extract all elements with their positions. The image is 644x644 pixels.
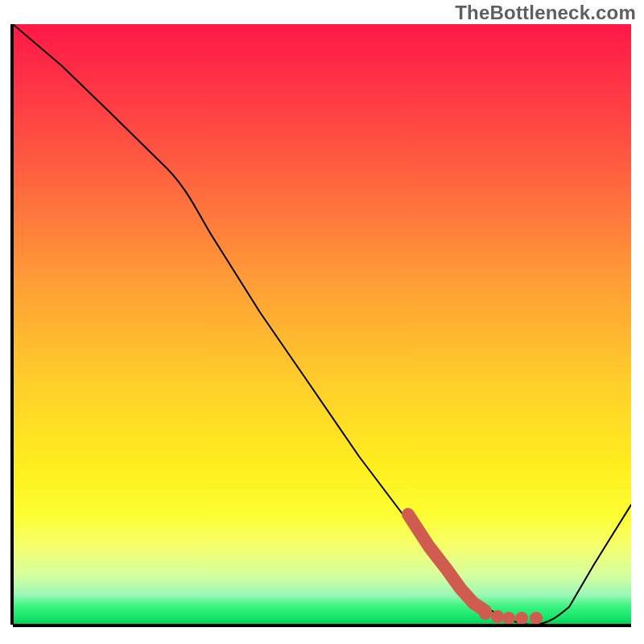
highlight-dot bbox=[479, 607, 492, 620]
curve-line bbox=[13, 24, 631, 625]
plot-area bbox=[13, 24, 631, 625]
chart-container: TheBottleneck.com bbox=[0, 0, 644, 644]
plot-svg bbox=[13, 24, 631, 625]
watermark-text: TheBottleneck.com bbox=[455, 2, 636, 24]
highlight-segment bbox=[408, 514, 485, 611]
y-axis-line bbox=[10, 24, 14, 625]
highlight-dot bbox=[502, 612, 515, 625]
x-axis-line bbox=[13, 624, 631, 627]
highlight-dot bbox=[530, 612, 543, 625]
highlight-dot bbox=[491, 610, 504, 623]
highlight-dot bbox=[515, 612, 528, 625]
